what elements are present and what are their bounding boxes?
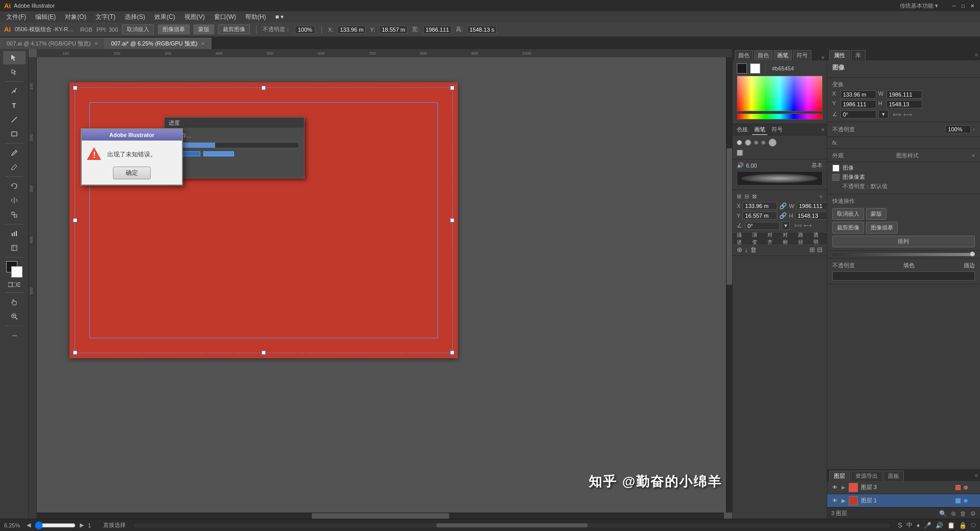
eye-icon-1[interactable]: 👁 (831, 497, 838, 504)
tool-pencil[interactable] (3, 160, 26, 174)
tool-pen[interactable] (3, 84, 26, 98)
minimize-btn[interactable]: ─ (950, 2, 958, 9)
lock-link-icon-2[interactable]: 🔗 (779, 212, 787, 219)
tab-color-board[interactable]: 色板 (735, 125, 750, 134)
icon-grid[interactable]: ⊟ (817, 246, 823, 253)
error-ok-btn[interactable]: 确定 (113, 167, 151, 179)
slider-thumb[interactable] (970, 251, 975, 257)
menu-edit[interactable]: 编辑(E) (31, 12, 60, 22)
nav-prev[interactable]: ◀ (27, 522, 31, 528)
bg-swatch[interactable] (750, 63, 760, 74)
hex-value[interactable]: #b65454 (772, 65, 794, 72)
brush-dot-1[interactable] (737, 140, 742, 145)
image-trace-btn[interactable]: 图像描摹 (158, 25, 190, 34)
h-scroll-thumb-status[interactable] (436, 523, 588, 527)
tab-properties[interactable]: 属性 (829, 50, 850, 60)
status-icon-7[interactable]: 🔒 (959, 522, 967, 529)
tab-1[interactable]: 007.ai @ 4.17% (RGB/GPU 预览) ✕ (0, 38, 105, 49)
handle-tl[interactable] (73, 86, 77, 90)
tab-brushes[interactable]: 画笔 (774, 50, 792, 60)
opacity-value[interactable]: 100% (295, 26, 315, 34)
scrollbar-h[interactable] (37, 513, 724, 519)
opacity-input-r[interactable] (945, 125, 971, 133)
tab-symbols[interactable]: 符号 (793, 50, 811, 60)
close-btn[interactable]: ✕ (969, 2, 976, 9)
w-input-r[interactable] (886, 90, 922, 99)
layers-menu[interactable]: ≡ (975, 473, 978, 478)
quick-mask[interactable]: 蒙版 (866, 208, 886, 220)
layer-name-3[interactable]: 图层 3 (861, 483, 952, 491)
brush-dot-5[interactable] (768, 138, 777, 147)
status-icon-2[interactable]: 中 (906, 521, 913, 529)
panel-collapse-icon[interactable]: ≡ (822, 127, 825, 132)
color-spectrum[interactable] (737, 76, 823, 111)
progress-btn-2[interactable] (203, 151, 234, 156)
y-field[interactable] (742, 212, 777, 220)
status-icon-5[interactable]: 🔊 (936, 522, 943, 529)
status-icon-3[interactable]: ♦ (917, 522, 920, 529)
tool-select[interactable] (3, 51, 26, 64)
menu-window[interactable]: 窗口(W) (210, 12, 240, 22)
layer-arrow-3[interactable]: ▶ (842, 484, 846, 490)
tool-color-box[interactable] (3, 260, 26, 279)
tool-color-icons[interactable] (3, 280, 26, 290)
brush-dot-4[interactable] (761, 141, 765, 145)
appear-item-2[interactable]: 图像像素 (832, 173, 975, 181)
handle-ml[interactable] (73, 218, 77, 222)
h-scrollbar-status[interactable] (134, 523, 890, 527)
icon-add[interactable]: ⊕ (737, 246, 742, 253)
layer-arrow-1[interactable]: ▶ (842, 498, 846, 503)
cancel-embed-btn[interactable]: 取消嵌入 (122, 25, 154, 34)
restore-btn[interactable]: □ (960, 2, 967, 9)
brush-sq-1[interactable] (737, 150, 743, 156)
tab-2-close[interactable]: ✕ (201, 41, 205, 47)
angle-input-r[interactable] (841, 110, 876, 119)
appear-item-1[interactable]: 图像 (832, 164, 975, 172)
handle-bc[interactable] (262, 351, 266, 355)
tab-brush-panel[interactable]: 画笔 (752, 125, 767, 135)
quick-crop[interactable]: 裁剪图像 (832, 222, 864, 234)
y-input-r[interactable] (841, 100, 876, 108)
menu-object[interactable]: 对象(O) (61, 12, 90, 22)
tool-hand[interactable] (3, 295, 26, 309)
angle-field[interactable] (745, 222, 780, 230)
menu-right-label[interactable]: 传统基本功能 ▾ (900, 2, 938, 10)
layers-delete[interactable]: 🗑 (960, 510, 966, 517)
menu-view[interactable]: 视图(V) (180, 12, 209, 22)
align-icon-2[interactable]: ⊟ (744, 193, 749, 200)
h-field[interactable] (795, 212, 827, 220)
mask-btn[interactable]: 蒙版 (194, 25, 214, 34)
scrollbar-h-thumb[interactable] (312, 513, 449, 519)
tab-library[interactable]: 库 (851, 50, 866, 60)
tab-export[interactable]: 资源导出 (851, 471, 882, 481)
tool-type[interactable]: T (3, 99, 26, 112)
flip-v-icon[interactable]: ⟷ (903, 111, 912, 118)
opacity-slider[interactable] (832, 253, 975, 256)
shear-icons[interactable]: ⟺ ⟷ (794, 222, 812, 229)
icon-arrow-down[interactable]: ↓ (744, 246, 748, 253)
tab-symbol-panel[interactable]: 符号 (769, 125, 785, 134)
tab-2[interactable]: 007.ai* @ 6.25% (RGB/GPU 预览) ✕ (105, 38, 212, 49)
quick-cancel-embed[interactable]: 取消嵌入 (832, 208, 864, 220)
scrollbar-v[interactable] (726, 57, 732, 513)
hue-slider[interactable] (737, 113, 823, 120)
quick-trace[interactable]: 图像描摹 (866, 222, 898, 234)
tool-more[interactable]: ··· (3, 329, 26, 342)
layers-add[interactable]: ⊕ (951, 510, 956, 517)
tool-scale[interactable] (3, 208, 26, 221)
w-field[interactable] (797, 202, 827, 210)
tool-direct-select[interactable] (3, 65, 26, 79)
tool-rotate[interactable] (3, 179, 26, 193)
menu-select[interactable]: 选择(S) (121, 12, 149, 22)
icon-trash[interactable]: 🗑 (750, 246, 757, 253)
progress-title-bar[interactable]: 进度 (165, 118, 304, 128)
tab-layers[interactable]: 图层 (829, 471, 850, 481)
tool-brush[interactable] (3, 146, 26, 159)
tool-zoom[interactable] (3, 310, 26, 323)
menu-help[interactable]: 帮助(H) (241, 12, 270, 22)
angle-dropdown[interactable]: ▾ (782, 221, 790, 230)
h-input-r[interactable] (886, 100, 922, 108)
icon-link2[interactable]: ⊞ (809, 246, 815, 253)
tab-color[interactable]: 颜色 (735, 50, 753, 60)
x-value[interactable]: 133.96 m (337, 26, 366, 34)
